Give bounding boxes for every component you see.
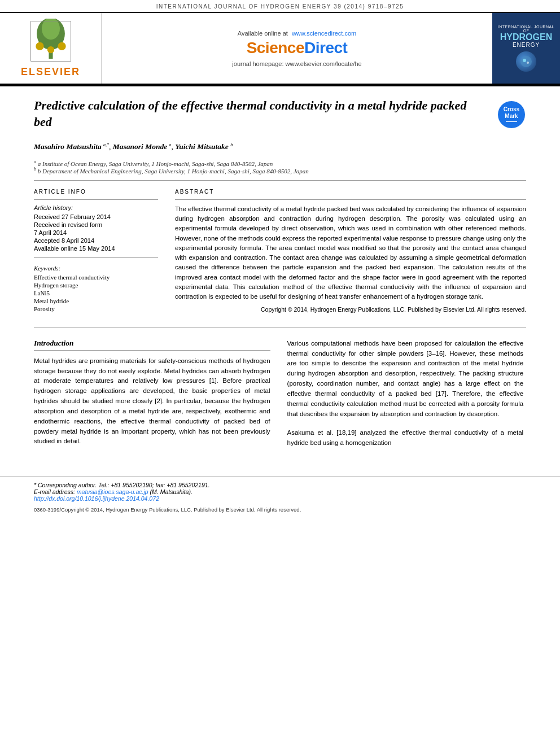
keyword-5: Porosity xyxy=(34,305,158,312)
doi-link[interactable]: http://dx.doi.org/10.1016/j.ijhydene.201… xyxy=(34,495,159,502)
section-divider-2 xyxy=(34,327,526,327)
abstract-copyright: Copyright © 2014, Hydrogen Energy Public… xyxy=(175,306,526,313)
online-date: Available online 15 May 2014 xyxy=(34,245,158,252)
svg-point-10 xyxy=(520,56,532,67)
revised-date: 7 April 2014 xyxy=(34,229,158,236)
accepted-date: Accepted 8 April 2014 xyxy=(34,237,158,244)
available-online-text: Available online at www.sciencedirect.co… xyxy=(238,30,356,37)
issn-line: 0360-3199/Copyright © 2014, Hydrogen Ene… xyxy=(0,504,560,515)
info-divider-2 xyxy=(34,257,158,258)
keywords-section: Keywords: Effective thermal conductivity… xyxy=(34,265,158,312)
abstract-text: The effective thermal conductivity of a … xyxy=(175,204,526,302)
corresponding-author: * Corresponding author. Tel.: +81 955202… xyxy=(34,482,526,488)
email-link[interactable]: matusia@ioes.saga-u.ac.jp xyxy=(77,488,148,495)
svg-point-11 xyxy=(523,59,526,62)
article-info-col: ARTICLE INFO Article history: Received 2… xyxy=(34,189,158,313)
body-section: Introduction Metal hydrides are promisin… xyxy=(0,333,560,454)
info-abstract-section: ARTICLE INFO Article history: Received 2… xyxy=(0,181,560,321)
svg-point-5 xyxy=(47,46,54,53)
doi-line: http://dx.doi.org/10.1016/j.ijhydene.201… xyxy=(34,495,526,502)
spacer xyxy=(0,454,560,477)
article-info-label: ARTICLE INFO xyxy=(34,189,158,195)
journal-header-bar: INTERNATIONAL JOURNAL OF HYDROGEN ENERGY… xyxy=(0,0,560,12)
abstract-col: ABSTRACT The effective thermal conductiv… xyxy=(175,189,526,313)
svg-point-3 xyxy=(36,42,43,50)
abstract-divider xyxy=(175,199,526,200)
elsevier-wordmark: ELSEVIER xyxy=(21,66,80,78)
svg-text:Cross: Cross xyxy=(504,106,520,112)
journal-header: ELSEVIER Available online at www.science… xyxy=(0,12,560,84)
intro-section: Introduction Metal hydrides are promisin… xyxy=(34,339,526,448)
email-line: E-mail address: matusia@ioes.saga-u.ac.j… xyxy=(34,488,526,495)
keyword-2: Hydrogen storage xyxy=(34,282,158,289)
sciencedirect-link[interactable]: www.sciencedirect.com xyxy=(292,30,356,37)
badge-circle-icon xyxy=(516,51,536,72)
intro-right-col: Various computational methods have been … xyxy=(287,339,524,448)
intro-text-left: Metal hydrides are promising materials f… xyxy=(34,356,270,447)
affiliation-b: b b Department of Mechanical Engineering… xyxy=(34,167,526,174)
author-monde: Masanori Monde a, xyxy=(113,142,173,151)
abstract-label: ABSTRACT xyxy=(175,189,526,195)
intro-left-col: Introduction Metal hydrides are promisin… xyxy=(34,339,270,448)
affiliations-section: a a Institute of Ocean Energy, Saga Univ… xyxy=(0,156,560,180)
keyword-3: LaNi5 xyxy=(34,290,158,296)
article-title-section: Predictive calculation of the effective … xyxy=(0,86,560,137)
svg-text:Mark: Mark xyxy=(505,113,518,119)
author-matsushita: Masahiro Matsushita a,*, xyxy=(34,142,111,151)
footnote-section: * Corresponding author. Tel.: +81 955202… xyxy=(0,477,560,504)
revised-label: Received in revised form xyxy=(34,221,158,228)
hydrogen-icon xyxy=(519,55,533,68)
info-divider-1 xyxy=(34,199,158,200)
keyword-4: Metal hydride xyxy=(34,298,158,304)
received-date: Received 27 February 2014 xyxy=(34,213,158,220)
keywords-label: Keywords: xyxy=(34,265,158,272)
sciencedirect-section: Available online at www.sciencedirect.co… xyxy=(102,13,492,84)
journal-badge: International Journal of HYDROGEN ENERGY xyxy=(497,25,555,72)
svg-point-12 xyxy=(527,62,529,64)
article-title: Predictive calculation of the effective … xyxy=(34,98,474,130)
crossmark-logo: Cross Mark xyxy=(497,100,526,132)
badge-title: International Journal of xyxy=(497,25,555,33)
authors-section: Masahiro Matsushita a,*, Masanori Monde … xyxy=(0,137,560,156)
badge-sub: ENERGY xyxy=(513,42,540,48)
elsevier-tree-icon xyxy=(23,19,79,64)
journal-citation: INTERNATIONAL JOURNAL OF HYDROGEN ENERGY… xyxy=(156,3,404,10)
intro-text-right: Various computational methods have been … xyxy=(287,339,524,420)
journal-badge-section: International Journal of HYDROGEN ENERGY xyxy=(492,13,560,84)
sciencedirect-logo: ScienceDirect xyxy=(247,39,348,57)
author-mitsutake: Yuichi Mitsutake b xyxy=(175,142,233,151)
history-label: Article history: xyxy=(34,204,158,211)
elsevier-logo: ELSEVIER xyxy=(21,19,80,78)
elsevier-logo-section: ELSEVIER xyxy=(0,13,102,84)
crossmark-icon: Cross Mark xyxy=(497,100,526,129)
journal-homepage: journal homepage: www.elsevier.com/locat… xyxy=(232,60,361,67)
badge-main: HYDROGEN xyxy=(500,33,552,42)
svg-point-4 xyxy=(58,42,65,50)
keyword-1: Effective thermal conductivity xyxy=(34,274,158,281)
affiliation-a: a a Institute of Ocean Energy, Saga Univ… xyxy=(34,159,526,167)
svg-point-2 xyxy=(42,19,60,40)
article-history: Article history: Received 27 February 20… xyxy=(34,204,158,252)
intro-title: Introduction xyxy=(34,339,270,351)
intro-text-right-2: Asakuma et al. [18,19] analyzed the effe… xyxy=(287,428,524,448)
